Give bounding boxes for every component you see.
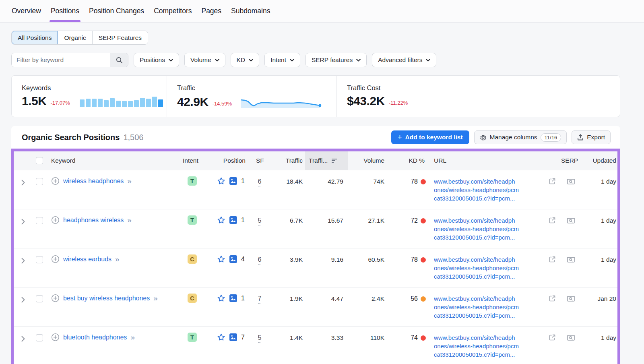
intent-badge[interactable]: T — [188, 176, 197, 186]
sort-descending-icon — [332, 158, 338, 163]
open-url-button[interactable] — [544, 209, 560, 224]
sf-count[interactable]: 7 — [258, 295, 262, 304]
intent-badge[interactable]: T — [188, 215, 197, 225]
filter-kd[interactable]: KD — [231, 53, 260, 67]
add-keyword-icon[interactable] — [51, 333, 60, 341]
select-all-checkbox[interactable] — [36, 157, 43, 164]
updated-value: 1 day — [582, 209, 622, 224]
add-keyword-icon[interactable] — [51, 177, 60, 185]
star-icon[interactable] — [217, 216, 225, 224]
star-icon[interactable] — [217, 177, 225, 185]
sf-count[interactable]: 5 — [258, 217, 262, 225]
column-header-traffic[interactable]: Traffic — [270, 157, 305, 164]
keyword-detail-icon[interactable]: » — [153, 296, 158, 301]
tab-competitors[interactable]: Competitors — [153, 0, 192, 22]
tab-overview[interactable]: Overview — [11, 0, 41, 22]
view-serp-button[interactable] — [560, 170, 582, 185]
tab-pages[interactable]: Pages — [201, 0, 222, 22]
row-checkbox[interactable] — [36, 256, 43, 263]
intent-badge[interactable]: C — [188, 294, 197, 303]
traffic-cost-stat-label: Traffic Cost — [347, 84, 620, 92]
row-checkbox[interactable] — [36, 178, 43, 185]
column-header-updated[interactable]: Updated — [582, 157, 622, 164]
column-header-traffic-pct[interactable]: Traffi... — [305, 151, 348, 170]
segment-organic[interactable]: Organic — [58, 31, 92, 44]
star-icon[interactable] — [217, 333, 225, 341]
filter-kd-label: KD — [237, 56, 246, 64]
volume-value: 60.5K — [348, 248, 387, 263]
segment-serp-features[interactable]: SERP Features — [93, 31, 148, 44]
filter-positions[interactable]: Positions — [134, 53, 179, 67]
image-serp-icon[interactable] — [229, 333, 237, 341]
filter-intent[interactable]: Intent — [264, 53, 300, 67]
filter-advanced[interactable]: Advanced filters — [372, 53, 436, 67]
row-expand-button[interactable] — [14, 327, 32, 342]
keyword-detail-icon[interactable]: » — [127, 178, 132, 184]
open-url-button[interactable] — [544, 327, 560, 341]
column-header-kd[interactable]: KD % — [387, 157, 429, 164]
intent-badge[interactable]: T — [188, 333, 197, 342]
row-checkbox[interactable] — [36, 334, 43, 341]
image-serp-icon[interactable] — [229, 294, 237, 302]
row-expand-button[interactable] — [14, 209, 32, 225]
keyword-filter-search-button[interactable] — [110, 53, 128, 67]
view-serp-button[interactable] — [560, 287, 582, 302]
keyword-link[interactable]: bluetooth headphones — [63, 334, 127, 341]
add-keyword-icon[interactable] — [51, 294, 60, 302]
column-header-sf[interactable]: SF — [250, 157, 270, 164]
filter-serp-features[interactable]: SERP features — [305, 53, 367, 67]
view-serp-button[interactable] — [560, 209, 582, 224]
tab-position-changes[interactable]: Position Changes — [89, 0, 144, 22]
star-icon[interactable] — [217, 255, 225, 263]
keyword-detail-icon[interactable]: » — [127, 217, 132, 223]
column-header-url[interactable]: URL — [429, 157, 544, 164]
keyword-link[interactable]: wireless headphones — [63, 178, 124, 185]
column-header-serp[interactable]: SERP — [560, 157, 582, 164]
tab-positions[interactable]: Positions — [50, 0, 80, 22]
open-url-button[interactable] — [544, 248, 560, 263]
view-serp-button[interactable] — [560, 327, 582, 341]
add-keyword-icon[interactable] — [51, 255, 60, 263]
keyword-link[interactable]: wireless earbuds — [63, 256, 111, 263]
result-url-link[interactable]: www.bestbuy.com/site/headphones/wireless… — [434, 295, 519, 319]
manage-columns-button[interactable]: Manage columns 11/16 — [474, 130, 567, 144]
intent-badge[interactable]: C — [188, 254, 197, 264]
export-button[interactable]: Export — [572, 130, 611, 144]
keyword-link[interactable]: best buy wireless headphones — [63, 295, 150, 302]
kd-difficulty-dot — [421, 257, 426, 263]
tab-subdomains[interactable]: Subdomains — [231, 0, 270, 22]
result-url-link[interactable]: www.bestbuy.com/site/headphones/wireless… — [434, 334, 519, 358]
add-to-keyword-list-button[interactable]: + Add to keyword list — [391, 130, 469, 144]
image-serp-icon[interactable] — [229, 216, 237, 224]
column-header-volume[interactable]: Volume — [348, 157, 387, 164]
keyword-filter-input[interactable] — [12, 53, 110, 67]
image-serp-icon[interactable] — [229, 177, 237, 185]
column-header-intent[interactable]: Intent — [179, 157, 205, 164]
column-header-position[interactable]: Position — [205, 157, 250, 164]
result-url-link[interactable]: www.bestbuy.com/site/headphones/wireless… — [434, 217, 519, 241]
row-expand-button[interactable] — [14, 248, 32, 264]
keyword-link[interactable]: headphones wireless — [63, 217, 124, 224]
open-url-button[interactable] — [544, 287, 560, 302]
view-serp-button[interactable] — [560, 248, 582, 263]
row-checkbox[interactable] — [36, 217, 43, 224]
filter-volume[interactable]: Volume — [184, 53, 225, 67]
export-icon — [577, 134, 584, 141]
star-icon[interactable] — [217, 294, 225, 302]
column-header-keyword[interactable]: Keyword — [46, 157, 179, 164]
open-url-button[interactable] — [544, 170, 560, 185]
keyword-detail-icon[interactable]: » — [115, 256, 120, 262]
segment-all-positions[interactable]: All Positions — [12, 31, 58, 44]
result-url-link[interactable]: www.bestbuy.com/site/headphones/wireless… — [434, 256, 519, 280]
add-keyword-icon[interactable] — [51, 216, 60, 224]
row-checkbox[interactable] — [36, 295, 43, 302]
image-serp-icon[interactable] — [229, 255, 237, 263]
row-expand-button[interactable] — [14, 170, 32, 186]
search-icon — [116, 57, 123, 64]
keyword-detail-icon[interactable]: » — [130, 335, 135, 340]
sf-count[interactable]: 6 — [258, 256, 262, 265]
sf-count[interactable]: 5 — [258, 334, 262, 343]
result-url-link[interactable]: www.bestbuy.com/site/headphones/wireless… — [434, 178, 519, 202]
sf-count[interactable]: 6 — [258, 178, 262, 186]
row-expand-button[interactable] — [14, 287, 32, 303]
